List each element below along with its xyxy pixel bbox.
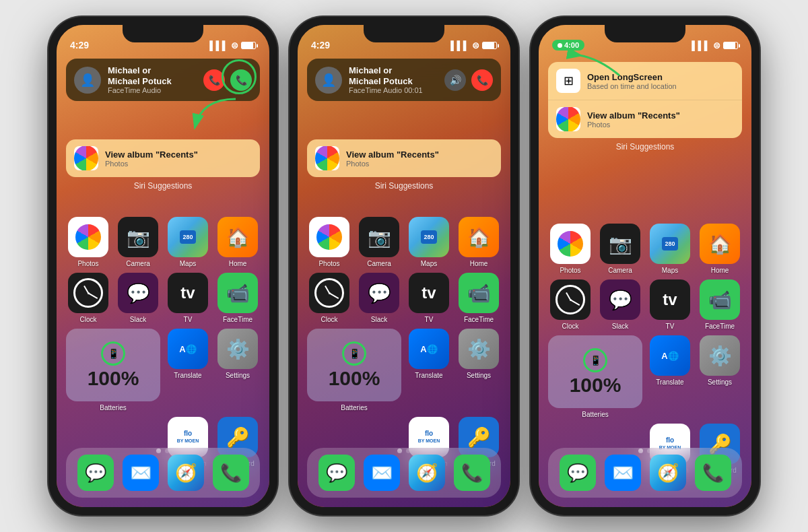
app-grid-1: Photos 📷 Camera 280 Maps 🏠 Home <box>66 217 260 467</box>
photos-label-3: Photos <box>560 267 580 274</box>
siri-item-photos-2[interactable]: View album "Recents" Photos <box>307 139 501 177</box>
tv-icon-3: tv <box>650 279 690 320</box>
app-grid-3: Photos 📷 Camera 280 Maps 🏠 Home <box>548 224 742 474</box>
maps-label-3: Maps <box>662 267 678 274</box>
decline-button-2[interactable]: 📞 <box>471 69 493 91</box>
app-translate-3[interactable]: A🌐 Translate <box>648 335 692 418</box>
dock-safari-1[interactable]: 🧭 <box>168 455 204 491</box>
dock-mail-3[interactable]: ✉️ <box>605 455 641 491</box>
siri-box-2: View album "Recents" Photos <box>307 139 501 177</box>
dock-messages-1[interactable]: 💬 <box>77 455 114 491</box>
app-translate-1[interactable]: A🌐 Translate <box>166 329 210 411</box>
app-tv-1[interactable]: tv TV <box>166 273 210 323</box>
app-facetime-1[interactable]: 📹 FaceTime <box>215 273 260 323</box>
app-home-3[interactable]: 🏠 Home <box>698 224 742 274</box>
app-photos-1[interactable]: Photos <box>66 217 110 267</box>
maps-shield-1: 280 <box>180 230 196 244</box>
slack-label-2: Slack <box>371 316 387 323</box>
slack-label-3: Slack <box>612 323 628 330</box>
siri-photos-icon-3 <box>556 107 580 131</box>
battery-widget-3[interactable]: 📱 100% Batteries <box>548 335 642 418</box>
siri-item-photos-1[interactable]: View album "Recents" Photos <box>66 139 260 177</box>
dock-safari-2[interactable]: 🧭 <box>409 455 445 491</box>
notification-banner-2[interactable]: 👤 Michael orMichael Potuck FaceTime Audi… <box>307 59 501 101</box>
dock-mail-2[interactable]: ✉️ <box>364 455 400 491</box>
app-tv-3[interactable]: tv TV <box>648 279 692 330</box>
app-settings-1[interactable]: ⚙️ Settings <box>215 329 260 411</box>
app-settings-2[interactable]: ⚙️ Settings <box>457 329 501 411</box>
app-home-2[interactable]: 🏠 Home <box>457 217 501 267</box>
settings-icon-2: ⚙️ <box>459 329 499 369</box>
photos-label-2: Photos <box>318 260 339 267</box>
siri-photos-text-2: View album "Recents" Photos <box>346 149 493 168</box>
signal-icon-2: ▌▌▌ <box>450 40 469 51</box>
app-photos-3[interactable]: Photos <box>548 224 593 274</box>
app-settings-3[interactable]: ⚙️ Settings <box>698 335 742 418</box>
status-time-2: 4:29 <box>311 40 330 51</box>
battery-icon-3 <box>723 42 738 49</box>
siri-item-sub-3: Photos <box>587 121 734 129</box>
dock-mail-1[interactable]: ✉️ <box>123 455 159 491</box>
phone-3: 4:00 ▌▌▌ ⊜ <box>531 17 760 515</box>
home-icon-3: 🏠 <box>700 224 740 264</box>
battery-widget-2[interactable]: 📱 100% Batteries <box>307 329 401 411</box>
app-slack-2[interactable]: 💬 Slack <box>357 273 401 323</box>
call-type-1: FaceTime Audio <box>108 86 197 94</box>
app-camera-2[interactable]: 📷 Camera <box>357 217 401 267</box>
app-camera-1[interactable]: 📷 Camera <box>116 217 160 267</box>
dock-messages-2[interactable]: 💬 <box>318 455 355 491</box>
app-slack-1[interactable]: 💬 Slack <box>116 273 160 323</box>
dock-messages-3[interactable]: 💬 <box>560 455 596 491</box>
app-maps-2[interactable]: 280 Maps <box>407 217 451 267</box>
app-facetime-2[interactable]: 📹 FaceTime <box>457 273 501 323</box>
app-camera-3[interactable]: 📷 Camera <box>598 224 642 274</box>
app-photos-2[interactable]: Photos <box>307 217 351 267</box>
app-clock-2[interactable]: Clock <box>307 273 351 323</box>
phone-screen-1: 4:29 ▌▌▌ ⊜ 👤 Michael orMichael Potuck Fa… <box>57 25 269 507</box>
photos-icon-1 <box>68 217 108 257</box>
app-maps-1[interactable]: 280 Maps <box>166 217 210 267</box>
status-time-1: 4:29 <box>70 40 89 51</box>
settings-icon-3: ⚙️ <box>700 335 740 376</box>
app-slack-3[interactable]: 💬 Slack <box>598 279 642 330</box>
battery-widget-1[interactable]: 📱 100% Batteries <box>66 329 160 411</box>
phone-frame-2: 4:29 ▌▌▌ ⊜ 👤 Michael orMichael Potuck Fa… <box>290 17 518 515</box>
camera-icon-1: 📷 <box>118 217 158 257</box>
dock-safari-3[interactable]: 🧭 <box>650 455 686 491</box>
dock-phone-2[interactable]: 📞 <box>454 455 490 491</box>
battery-pct-1: 100% <box>88 368 139 389</box>
dock-2: 💬 ✉️ 🧭 📞 <box>307 448 501 498</box>
signal-icon-3: ▌▌▌ <box>692 40 710 51</box>
facetime-icon-3: 📹 <box>700 279 740 320</box>
app-maps-3[interactable]: 280 Maps <box>648 224 692 274</box>
notification-content-2: Michael orMichael Potuck FaceTime Audio … <box>349 65 438 94</box>
translate-icon-3: A🌐 <box>650 335 690 376</box>
app-clock-3[interactable]: Clock <box>548 279 593 330</box>
status-icons-1: ▌▌▌ ⊜ <box>209 40 256 51</box>
translate-icon-2: A🌐 <box>409 329 449 369</box>
speaker-button-2[interactable]: 🔊 <box>444 69 466 91</box>
siri-item-photos-3[interactable]: View album "Recents" Photos <box>548 100 742 138</box>
batteries-label-3: Batteries <box>582 411 608 418</box>
siri-photos-text-1: View album "Recents" Photos <box>105 149 252 168</box>
translate-label-2: Translate <box>415 372 442 379</box>
clock-label-2: Clock <box>321 316 337 323</box>
camera-label-2: Camera <box>367 260 391 267</box>
app-clock-1[interactable]: Clock <box>66 273 110 323</box>
phone-1: 4:29 ▌▌▌ ⊜ 👤 Michael orMichael Potuck Fa… <box>48 17 277 515</box>
dock-phone-3[interactable]: 📞 <box>695 455 731 491</box>
contact-avatar-1: 👤 <box>74 67 101 94</box>
app-facetime-3[interactable]: 📹 FaceTime <box>698 279 742 330</box>
camera-icon-3: 📷 <box>600 224 640 264</box>
tv-label-3: TV <box>666 323 675 330</box>
clock-icon-2 <box>309 273 349 313</box>
contact-name-2: Michael orMichael Potuck <box>349 65 438 86</box>
app-tv-2[interactable]: tv TV <box>407 273 451 323</box>
translate-label-1: Translate <box>174 372 201 379</box>
contact-avatar-2: 👤 <box>315 67 342 94</box>
dock-phone-1[interactable]: 📞 <box>213 455 249 491</box>
app-home-1[interactable]: 🏠 Home <box>215 217 260 267</box>
translate-icon-1: A🌐 <box>168 329 208 369</box>
battery-ring-1: 📱 <box>101 341 125 366</box>
app-translate-2[interactable]: A🌐 Translate <box>407 329 451 411</box>
